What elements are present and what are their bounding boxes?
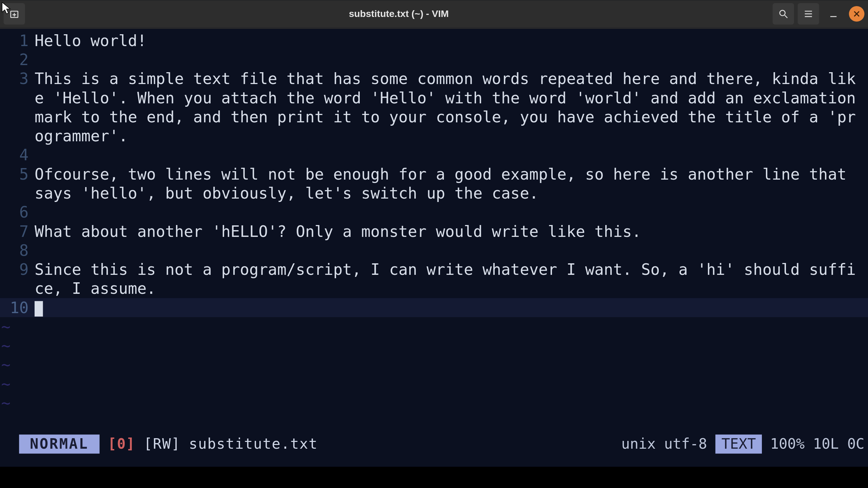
status-line: NORMAL [0] [RW] substitute.txt unix utf-… bbox=[0, 433, 868, 454]
linecount-label: 10L bbox=[813, 435, 839, 452]
menu-button[interactable] bbox=[798, 3, 819, 24]
readwrite-indicator: [RW] bbox=[144, 435, 181, 452]
buffer-line[interactable]: 10 bbox=[0, 298, 868, 317]
svg-point-3 bbox=[780, 10, 785, 16]
line-number: 9 bbox=[0, 260, 35, 279]
window-title: substitute.txt (~) - VIM bbox=[28, 8, 769, 19]
line-content[interactable]: Ofcourse, two lines will not be enough f… bbox=[35, 164, 868, 203]
line-content[interactable]: Since this is not a program/script, I ca… bbox=[35, 260, 868, 298]
text-cursor bbox=[35, 301, 43, 317]
tilde-marker: ~ bbox=[0, 355, 868, 374]
encoding-label: utf-8 bbox=[664, 435, 707, 452]
buffer-line[interactable]: 1Hello world! bbox=[0, 31, 868, 50]
buffer-line[interactable]: 8 bbox=[0, 241, 868, 260]
editor-viewport[interactable]: 1Hello world!23This is a simple text fil… bbox=[0, 27, 868, 467]
line-number: 10 bbox=[0, 298, 35, 317]
filename-label: substitute.txt bbox=[189, 435, 318, 452]
line-number: 5 bbox=[0, 164, 35, 183]
empty-lines: ~~~~~ bbox=[0, 317, 868, 412]
line-number: 3 bbox=[0, 69, 35, 88]
percent-label: 100% bbox=[770, 435, 805, 452]
line-number: 6 bbox=[0, 203, 35, 222]
line-number: 1 bbox=[0, 31, 35, 50]
register-indicator: [0] bbox=[108, 435, 136, 452]
line-content[interactable]: This is a simple text file that has some… bbox=[35, 69, 868, 145]
line-content[interactable]: Hello world! bbox=[35, 31, 868, 50]
mode-indicator: NORMAL bbox=[19, 434, 99, 453]
line-content[interactable] bbox=[35, 298, 868, 317]
svg-line-4 bbox=[785, 15, 787, 18]
line-number: 2 bbox=[0, 50, 35, 69]
filetype-indicator: TEXT bbox=[715, 434, 762, 453]
buffer-line[interactable]: 7What about another 'hELLO'? Only a mons… bbox=[0, 222, 868, 241]
close-button[interactable] bbox=[849, 6, 865, 22]
buffer-line[interactable]: 2 bbox=[0, 50, 868, 69]
command-line[interactable] bbox=[0, 455, 868, 467]
tilde-marker: ~ bbox=[0, 374, 868, 393]
buffer-line[interactable]: 4 bbox=[0, 145, 868, 164]
buffer-line[interactable]: 5Ofcourse, two lines will not be enough … bbox=[0, 164, 868, 203]
buffer-line[interactable]: 6 bbox=[0, 203, 868, 222]
tilde-marker: ~ bbox=[0, 317, 868, 336]
line-content[interactable]: What about another 'hELLO'? Only a monst… bbox=[35, 222, 868, 241]
tilde-marker: ~ bbox=[0, 393, 868, 412]
app-window: substitute.txt (~) - VIM bbox=[0, 0, 868, 488]
tilde-marker: ~ bbox=[0, 336, 868, 355]
search-button[interactable] bbox=[773, 3, 794, 24]
text-buffer[interactable]: 1Hello world!23This is a simple text fil… bbox=[0, 28, 868, 433]
new-tab-button[interactable] bbox=[4, 3, 25, 24]
line-number: 8 bbox=[0, 241, 35, 260]
buffer-line[interactable]: 3This is a simple text file that has som… bbox=[0, 69, 868, 145]
desktop-background bbox=[0, 467, 868, 488]
line-number: 4 bbox=[0, 145, 35, 164]
buffer-line[interactable]: 9Since this is not a program/script, I c… bbox=[0, 260, 868, 298]
fileformat-label: unix bbox=[621, 435, 656, 452]
titlebar: substitute.txt (~) - VIM bbox=[0, 0, 868, 27]
line-number: 7 bbox=[0, 222, 35, 241]
column-label: 0C bbox=[847, 435, 865, 452]
minimize-button[interactable] bbox=[823, 3, 844, 24]
